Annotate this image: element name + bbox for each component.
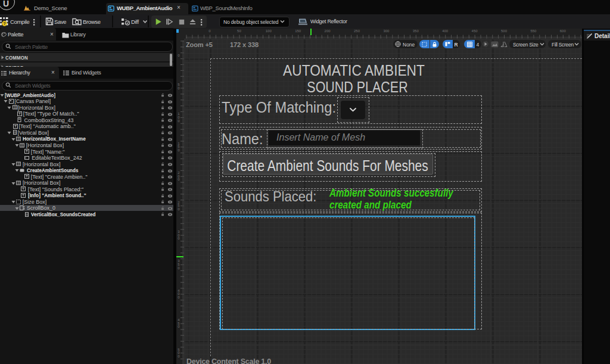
svg-text:?: ? bbox=[3, 21, 6, 26]
